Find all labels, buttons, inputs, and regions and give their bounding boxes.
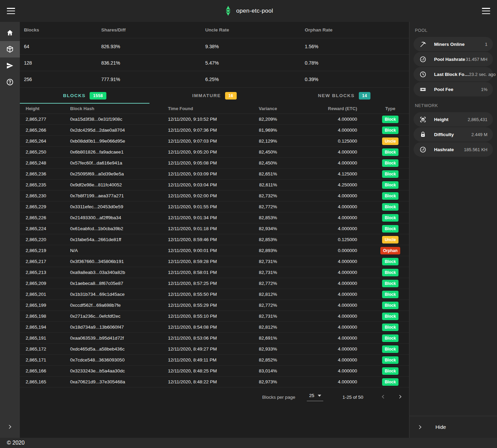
menu-hamburger-icon[interactable] bbox=[7, 8, 15, 14]
stats-value-cell: 0.39% bbox=[301, 71, 409, 88]
time-found-cell: 12/11/2020, 8:55:50 PM bbox=[162, 292, 254, 297]
type-cell: Block bbox=[371, 291, 409, 298]
tab-count-badge: 16 bbox=[225, 92, 237, 100]
block-hash-cell[interactable]: 0x25095f69...a0d39e9e5a bbox=[64, 171, 162, 176]
block-height-cell: 2,865,166 bbox=[20, 368, 64, 373]
expand-rail-button[interactable] bbox=[0, 419, 20, 435]
stat-pill-height: Height2,865,431 bbox=[414, 112, 493, 127]
reward-cell: 4.000000 bbox=[281, 193, 371, 198]
block-hash-cell[interactable]: 0x7cdce548...3636093050 bbox=[64, 357, 162, 363]
block-hash-cell[interactable]: 0xa70621d9...37e305468a bbox=[64, 379, 162, 384]
type-badge: Block bbox=[382, 170, 399, 178]
reward-cell: 4.000000 bbox=[281, 215, 371, 220]
block-height-cell: 2,865,194 bbox=[20, 325, 64, 330]
next-page-button[interactable] bbox=[397, 394, 403, 400]
tab-new-blocks[interactable]: NEW BLOCKS14 bbox=[279, 88, 409, 104]
luck-stats-table: BlocksShares/DiffUncle RateOrphan Rate64… bbox=[20, 22, 409, 88]
block-hash-cell[interactable]: 0xaa063539...b95d41d72f bbox=[64, 335, 162, 341]
block-height-cell: 2,865,236 bbox=[20, 171, 64, 176]
variance-cell: 82,893% bbox=[254, 248, 281, 253]
block-hash-cell[interactable]: 0x1fabe54a...2661de81ff bbox=[64, 237, 162, 242]
block-hash-cell[interactable]: 0x3f367660...345806b191 bbox=[64, 259, 162, 264]
block-hash-cell[interactable]: 0xccdf562f...69a698b7fe bbox=[64, 303, 162, 308]
block-hash-cell[interactable]: 0x7b8f7199...aea377a271 bbox=[64, 193, 162, 198]
block-hash-cell[interactable]: 0x1b31b734...69c1d45ace bbox=[64, 292, 162, 297]
table-row: 2,865,2500x6b801826...fa9adcaee112/11/20… bbox=[20, 147, 409, 158]
table-row: 2,865,2170x3f367660...345806b19112/11/20… bbox=[20, 256, 409, 267]
prev-page-button[interactable] bbox=[380, 394, 386, 400]
block-hash-cell[interactable]: 0x9df2e98e...811fc40052 bbox=[64, 182, 162, 187]
block-height-cell: 2,865,217 bbox=[20, 259, 64, 264]
table-row: 2,865,1660x3233243e...b5a4aa30dc12/11/20… bbox=[20, 366, 409, 377]
tab-immature[interactable]: IMMATURE16 bbox=[149, 88, 279, 104]
sidebar-item-home[interactable] bbox=[0, 25, 20, 41]
type-badge: Block bbox=[382, 367, 399, 375]
table-row: 2,865,2090x1aebeca8...8f67c05e8712/11/20… bbox=[20, 278, 409, 289]
block-hash-cell[interactable]: 0x3233243e...b5a4aa30dc bbox=[64, 368, 162, 373]
block-hash-cell[interactable]: 0x21493300...af2ff9ba34 bbox=[64, 215, 162, 220]
type-badge: Block bbox=[382, 291, 399, 298]
type-badge: Block bbox=[382, 258, 399, 265]
block-hash-cell[interactable]: 0x6b801826...fa9adcaee1 bbox=[64, 149, 162, 155]
footer: © 2020 bbox=[0, 438, 497, 448]
stat-value: 1% bbox=[481, 87, 487, 92]
per-page-select[interactable]: 25 bbox=[307, 393, 323, 401]
block-height-cell: 2,865,213 bbox=[20, 270, 64, 275]
type-badge: Block bbox=[382, 203, 399, 211]
sidebar-item-blocks[interactable] bbox=[0, 41, 20, 57]
tab-label: NEW BLOCKS bbox=[318, 93, 355, 98]
block-hash-cell[interactable]: 0x61eabfcd...1b0cba39b2 bbox=[64, 226, 162, 231]
type-cell: Block bbox=[371, 192, 409, 200]
help-icon bbox=[6, 78, 14, 86]
time-found-cell: 12/11/2020, 8:55:29 PM bbox=[162, 303, 254, 308]
table-row: 2,865,2240x61eabfcd...1b0cba39b212/11/20… bbox=[20, 223, 409, 234]
time-found-cell: 12/11/2020, 8:59:46 PM bbox=[162, 237, 254, 242]
block-hash-cell[interactable]: 0x271a236c...0efcfdf2ec bbox=[64, 314, 162, 319]
reward-cell: 0.125000 bbox=[281, 237, 371, 242]
time-found-cell: 12/11/2020, 8:58:01 PM bbox=[162, 270, 254, 275]
stat-label: Pool Hashrate bbox=[434, 57, 465, 62]
sidebar-item-payments[interactable] bbox=[0, 57, 20, 74]
block-hash-cell[interactable]: 0xb08dd0b1...99e066d95e bbox=[64, 139, 162, 144]
block-hash-cell[interactable]: 0xdc465d5a...a58beb436c bbox=[64, 346, 162, 352]
type-cell: Block bbox=[371, 280, 409, 287]
block-height-cell: 2,865,199 bbox=[20, 303, 64, 308]
column-header: Variance bbox=[254, 106, 281, 111]
reward-cell: 4.000000 bbox=[281, 335, 371, 341]
panel-section-title: POOL bbox=[409, 22, 497, 36]
blocks-tabs: BLOCKS1558IMMATURE16NEW BLOCKS14 bbox=[20, 88, 409, 104]
pagination-bar: Blocks per page 25 1-25 of 50 bbox=[20, 387, 409, 407]
pickaxe-icon bbox=[419, 40, 427, 48]
reward-cell: 4.000000 bbox=[281, 303, 371, 308]
type-badge: Block bbox=[382, 345, 399, 353]
variance-cell: 82,691% bbox=[254, 335, 281, 341]
variance-cell: 82,933% bbox=[254, 346, 281, 352]
block-hash-cell[interactable]: 0x2dc4295d...2dae0a8704 bbox=[64, 128, 162, 133]
block-hash-cell[interactable]: 0x57fec60f...da616e941a bbox=[64, 160, 162, 166]
tab-count-badge: 14 bbox=[359, 92, 370, 100]
block-height-cell: 2,865,266 bbox=[20, 128, 64, 133]
tab-blocks[interactable]: BLOCKS1558 bbox=[20, 88, 149, 104]
sidebar-item-help[interactable] bbox=[0, 74, 20, 90]
type-cell: Block bbox=[371, 203, 409, 211]
stat-pill-pool-hashrate: Pool Hashrate31.457 MH bbox=[414, 52, 493, 66]
block-hash-cell[interactable]: 0x3311efec...20453d0e59 bbox=[64, 204, 162, 209]
right-menu-hamburger-icon[interactable] bbox=[482, 8, 490, 14]
time-found-cell: 12/11/2020, 8:49:27 PM bbox=[162, 346, 254, 352]
block-hash-cell[interactable]: N/A bbox=[64, 248, 162, 253]
type-cell: Block bbox=[371, 170, 409, 178]
stat-pill-difficulty: Difficulty2.449 M bbox=[414, 127, 493, 142]
reward-cell: 4.000000 bbox=[281, 128, 371, 133]
type-cell: Block bbox=[371, 225, 409, 233]
block-hash-cell[interactable]: 0x18d734a9...13b6060f47 bbox=[64, 325, 162, 330]
time-found-cell: 12/11/2020, 9:03:09 PM bbox=[162, 171, 254, 176]
type-badge: Block bbox=[382, 214, 399, 222]
lock-icon bbox=[419, 131, 427, 138]
reward-cell: 4.000000 bbox=[281, 117, 371, 122]
type-cell: Orphan bbox=[371, 247, 409, 254]
type-badge: Orphan bbox=[380, 247, 401, 254]
block-hash-cell[interactable]: 0xa9a8eab3...03a340a82b bbox=[64, 270, 162, 275]
hide-panel-button[interactable]: Hide bbox=[409, 416, 497, 438]
block-hash-cell[interactable]: 0x1aebeca8...8f67c05e87 bbox=[64, 281, 162, 286]
block-hash-cell[interactable]: 0xa15d3f38...0e31f1908c bbox=[64, 117, 162, 122]
